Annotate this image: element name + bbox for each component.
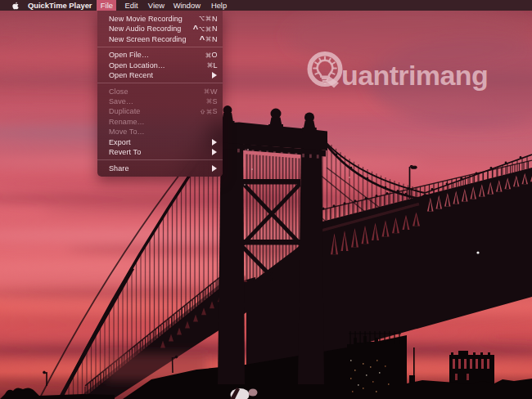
svg-text:uantrimang: uantrimang — [341, 59, 488, 90]
